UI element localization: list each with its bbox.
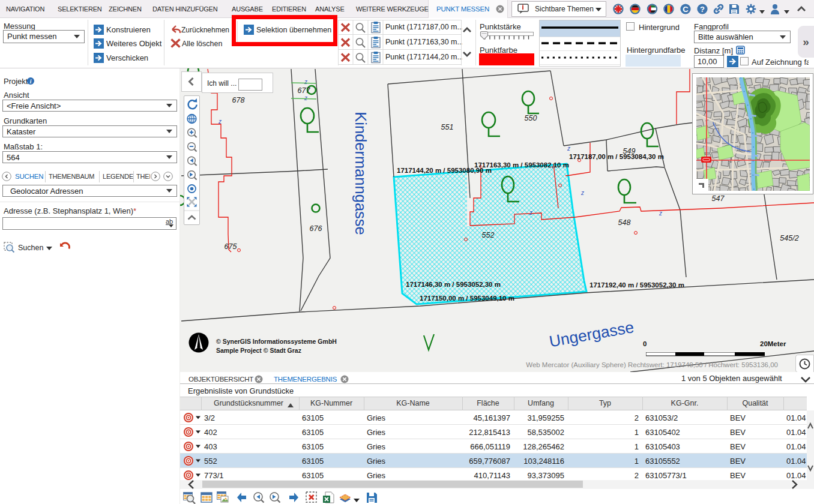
svg-text:675: 675 bbox=[225, 242, 237, 251]
svg-text:1717187,00 m / 5953084,30 m: 1717187,00 m / 5953084,30 m bbox=[569, 153, 664, 160]
svg-text:z: z bbox=[567, 145, 570, 152]
svg-text:677: 677 bbox=[298, 86, 311, 95]
svg-text:1717146,30 m / 5953052,30 m: 1717146,30 m / 5953052,30 m bbox=[406, 281, 501, 288]
svg-text:Kindermanngasse: Kindermanngasse bbox=[352, 112, 369, 235]
svg-text:1717150,00 m / 5953049,10 m: 1717150,00 m / 5953049,10 m bbox=[420, 295, 514, 302]
svg-text:1717163,30 m / 5953082,10 m: 1717163,30 m / 5953082,10 m bbox=[474, 161, 569, 169]
svg-text:676: 676 bbox=[310, 224, 322, 233]
svg-text:548: 548 bbox=[618, 218, 631, 227]
svg-text:1717192,40 m / 5953052,30 m: 1717192,40 m / 5953052,30 m bbox=[589, 281, 684, 289]
svg-text:z: z bbox=[580, 190, 584, 196]
svg-text:Ungergasse: Ungergasse bbox=[547, 318, 635, 350]
svg-text:?: ? bbox=[700, 5, 705, 14]
svg-text:678: 678 bbox=[232, 96, 245, 104]
svg-text:552: 552 bbox=[482, 231, 495, 239]
svg-text:z: z bbox=[304, 95, 307, 101]
svg-text:z: z bbox=[659, 210, 662, 217]
svg-text:z: z bbox=[529, 209, 532, 216]
svg-text:545/2: 545/2 bbox=[780, 234, 798, 242]
svg-text:C: C bbox=[683, 5, 689, 14]
svg-text:z: z bbox=[304, 79, 307, 85]
svg-text:550: 550 bbox=[525, 114, 537, 122]
svg-text:547: 547 bbox=[712, 194, 725, 203]
svg-text:551: 551 bbox=[441, 123, 454, 131]
svg-text:i: i bbox=[30, 79, 32, 85]
svg-text:z: z bbox=[218, 118, 222, 125]
